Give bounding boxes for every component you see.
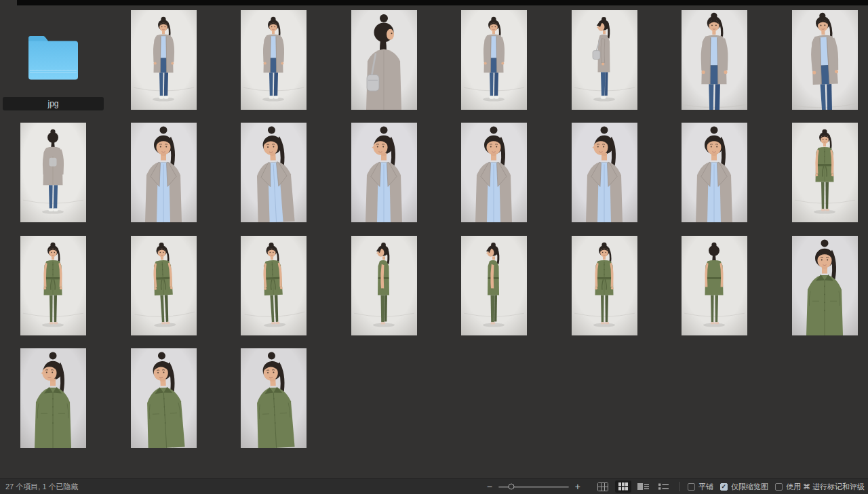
- photo-thumbnail[interactable]: [131, 123, 197, 222]
- checkbox-option[interactable]: 使用 ⌘ 进行标记和评级: [775, 482, 865, 492]
- photo-thumbnail[interactable]: [572, 123, 637, 222]
- checkbox-label: 使用 ⌘ 进行标记和评级: [786, 482, 865, 492]
- photo-thumbnail[interactable]: [682, 123, 747, 222]
- folder-item[interactable]: jpg: [3, 7, 104, 115]
- photo-thumbnail[interactable]: [351, 236, 417, 335]
- view-grid-button[interactable]: [615, 480, 631, 493]
- folder-label[interactable]: jpg: [3, 97, 104, 110]
- photo-thumbnail[interactable]: [241, 123, 307, 222]
- checkbox-checked[interactable]: ✓: [720, 483, 728, 491]
- view-grid-outline-button[interactable]: [595, 480, 611, 493]
- photo-thumbnail[interactable]: [131, 348, 197, 448]
- thumbnail-size-slider[interactable]: [498, 486, 569, 488]
- zoom-out-button[interactable]: −: [486, 482, 494, 491]
- view-mode-buttons: [595, 480, 672, 493]
- checkbox-unchecked[interactable]: [775, 483, 783, 491]
- list-icon: [658, 482, 669, 491]
- view-details-button[interactable]: [635, 480, 652, 493]
- thumbnail-details-icon: [637, 482, 649, 491]
- photo-thumbnail[interactable]: [20, 236, 86, 335]
- zoom-in-button[interactable]: +: [574, 482, 582, 491]
- top-window-edge: [17, 0, 868, 5]
- photo-thumbnail[interactable]: [682, 236, 747, 335]
- photo-thumbnail[interactable]: [572, 236, 637, 335]
- separator: [679, 482, 680, 491]
- photo-thumbnail[interactable]: [461, 123, 527, 222]
- slider-handle[interactable]: [508, 484, 514, 490]
- checkbox-option[interactable]: 平铺: [688, 482, 713, 492]
- photo-thumbnail[interactable]: [792, 236, 858, 335]
- photo-thumbnail[interactable]: [351, 123, 417, 222]
- photo-thumbnail[interactable]: [461, 10, 527, 110]
- photo-thumbnail[interactable]: [792, 123, 858, 222]
- photo-thumbnail[interactable]: [572, 10, 637, 110]
- statusbar-controls: − +: [486, 479, 865, 494]
- photo-thumbnail[interactable]: [792, 10, 858, 110]
- checkbox-unchecked[interactable]: [688, 483, 695, 491]
- photo-thumbnail[interactable]: [461, 236, 527, 335]
- photo-thumbnail[interactable]: [682, 10, 747, 110]
- photo-thumbnail[interactable]: [241, 10, 307, 110]
- photo-thumbnail[interactable]: [20, 348, 86, 448]
- checkbox-label: 平铺: [698, 482, 713, 492]
- checkbox-label: 仅限缩览图: [731, 482, 768, 492]
- photo-thumbnail[interactable]: [131, 236, 197, 335]
- grid-filled-icon: [618, 482, 628, 491]
- folder-icon[interactable]: [20, 27, 86, 87]
- statusbar-checkboxes: 平铺✓仅限缩览图使用 ⌘ 进行标记和评级: [688, 482, 865, 492]
- photo-thumbnail[interactable]: [131, 10, 197, 110]
- view-list-button[interactable]: [656, 480, 672, 493]
- photo-thumbnail[interactable]: [241, 236, 307, 335]
- photo-thumbnail[interactable]: [241, 348, 307, 448]
- checkbox-option[interactable]: ✓仅限缩览图: [720, 482, 768, 492]
- photo-thumbnail[interactable]: [20, 123, 86, 222]
- photo-thumbnail[interactable]: [351, 10, 417, 110]
- grid-outline-icon: [597, 482, 608, 491]
- statusbar: 27 个项目, 1 个已隐藏 − +: [0, 478, 868, 494]
- item-count-text: 27 个项目, 1 个已隐藏: [5, 479, 79, 494]
